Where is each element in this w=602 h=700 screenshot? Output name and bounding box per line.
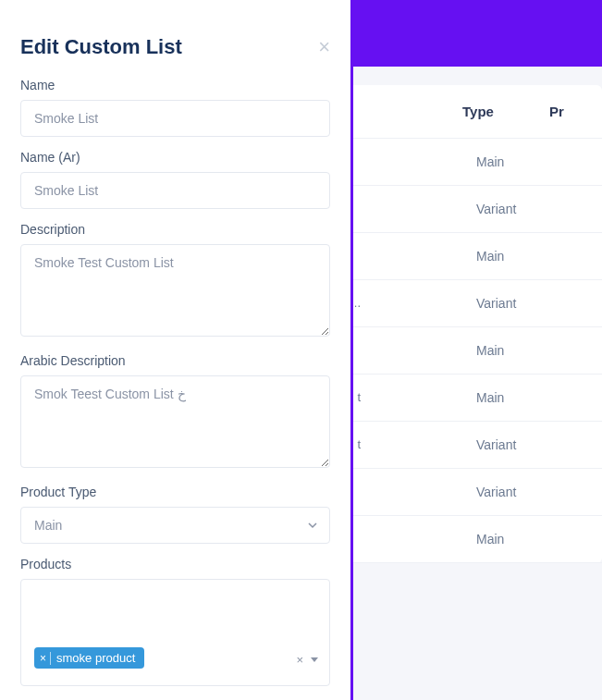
row-type: Main <box>476 249 504 264</box>
chip-label: smoke product <box>56 651 135 665</box>
field-name-ar: Name (Ar) <box>20 150 330 209</box>
description-textarea[interactable] <box>20 244 330 337</box>
close-icon[interactable]: × <box>318 35 330 59</box>
clear-all-icon[interactable]: × <box>296 653 303 667</box>
row-type: Main <box>476 343 504 358</box>
field-product-type: Product Type Main <box>20 485 330 544</box>
label-product-type: Product Type <box>20 485 330 499</box>
name-ar-input[interactable] <box>20 172 330 209</box>
label-name-ar: Name (Ar) <box>20 150 330 165</box>
column-header-pr: Pr <box>549 104 564 119</box>
description-ar-textarea[interactable] <box>20 375 330 468</box>
field-description: Description <box>20 222 330 340</box>
row-type: Main <box>476 532 504 546</box>
chevron-down-icon[interactable] <box>311 657 318 662</box>
row-type: Variant <box>476 485 516 499</box>
edit-custom-list-panel: Edit Custom List × Name Name (Ar) Descri… <box>0 0 353 700</box>
label-products: Products <box>20 557 330 571</box>
product-chip: × smoke product <box>34 647 144 669</box>
products-multiselect[interactable]: × smoke product × <box>20 579 330 686</box>
modal-title: Edit Custom List <box>20 35 182 59</box>
name-input[interactable] <box>20 100 330 137</box>
field-products: Products × smoke product × <box>20 557 330 686</box>
label-description: Description <box>20 222 330 237</box>
row-type: Variant <box>476 202 516 216</box>
product-type-select[interactable]: Main <box>20 507 330 544</box>
row-type: Main <box>476 390 504 405</box>
row-type: Main <box>476 154 504 169</box>
multiselect-controls: × <box>296 653 318 667</box>
modal-header: Edit Custom List × <box>20 0 330 78</box>
field-name: Name <box>20 78 330 137</box>
label-description-ar: Arabic Description <box>20 353 330 368</box>
row-type: Variant <box>476 437 516 452</box>
column-header-type: Type <box>462 104 494 119</box>
row-type: Variant <box>476 296 516 311</box>
chip-remove-icon[interactable]: × <box>40 652 51 665</box>
label-name: Name <box>20 78 330 92</box>
field-description-ar: Arabic Description <box>20 353 330 472</box>
